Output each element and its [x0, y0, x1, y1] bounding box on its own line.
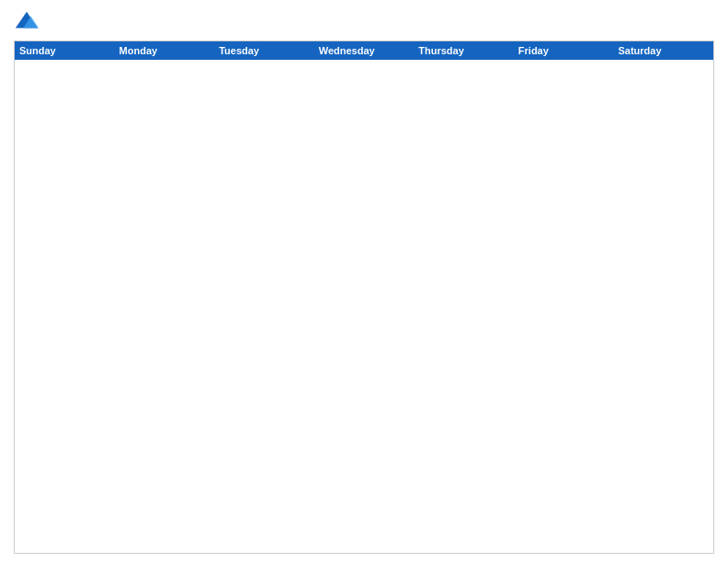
header-day-friday: Friday — [514, 41, 614, 60]
header-day-tuesday: Tuesday — [214, 41, 314, 60]
header-day-sunday: Sunday — [15, 41, 115, 60]
header-day-thursday: Thursday — [414, 41, 514, 60]
header — [14, 9, 714, 35]
page: SundayMondayTuesdayWednesdayThursdayFrid… — [0, 0, 728, 563]
logo-icon — [14, 9, 40, 35]
header-day-wednesday: Wednesday — [314, 41, 415, 60]
header-day-saturday: Saturday — [613, 41, 713, 60]
header-day-monday: Monday — [115, 41, 215, 60]
calendar-body — [15, 60, 713, 553]
logo — [14, 9, 43, 35]
calendar: SundayMondayTuesdayWednesdayThursdayFrid… — [14, 40, 714, 554]
calendar-header: SundayMondayTuesdayWednesdayThursdayFrid… — [15, 41, 713, 60]
